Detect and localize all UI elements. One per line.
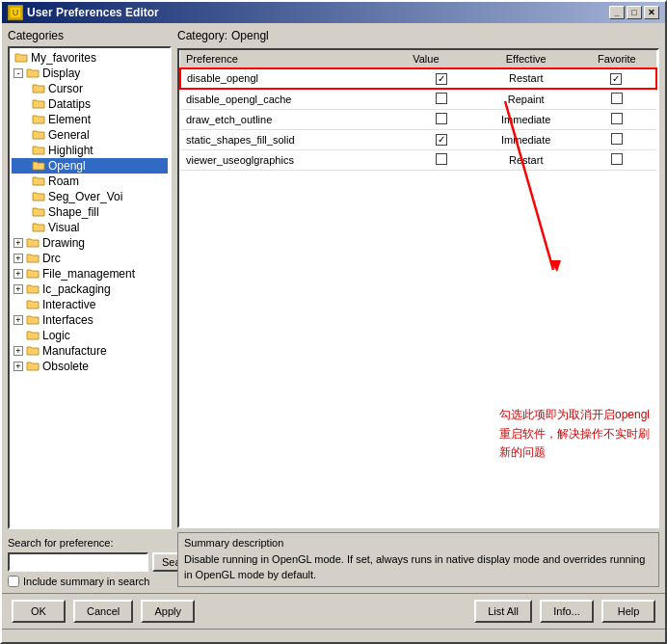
tree-item-element[interactable]: Element — [12, 112, 168, 127]
folder-icon-highlight — [31, 144, 46, 157]
value-checkbox[interactable] — [436, 134, 447, 146]
tree-item-ic-packaging[interactable]: + Ic_packaging — [12, 282, 168, 297]
folder-icon-roam — [31, 174, 46, 188]
folder-icon-file-management — [25, 267, 40, 281]
tree-item-logic[interactable]: Logic — [12, 328, 168, 343]
minimize-button[interactable]: _ — [609, 6, 625, 19]
favorite-checkbox[interactable] — [611, 153, 623, 165]
value-checkbox[interactable] — [436, 113, 447, 124]
tree-label-roam: Roam — [48, 174, 79, 188]
info-button[interactable]: Info... — [540, 600, 594, 623]
include-summary-row: Include summary in search — [8, 576, 172, 587]
pref-favorite[interactable] — [577, 129, 656, 149]
tree-item-cursor[interactable]: Cursor — [12, 81, 168, 96]
tree-item-datatips[interactable]: Datatips — [12, 96, 168, 112]
pref-value[interactable] — [407, 89, 475, 110]
pref-favorite[interactable] — [577, 89, 656, 110]
tree-item-display[interactable]: - Display — [12, 66, 168, 81]
expand-manufacture[interactable]: + — [13, 346, 23, 356]
tree-label-highlight: Highlight — [48, 144, 93, 157]
favorite-checkbox[interactable] — [611, 93, 623, 104]
tree-item-obsolete[interactable]: + Obsolete — [12, 359, 168, 374]
table-row[interactable]: viewer_useoglgraphics Restart — [180, 149, 656, 170]
pref-name: disable_opengl_cache — [180, 89, 407, 110]
tree-container[interactable]: My_favorites - Display Cursor — [8, 46, 172, 529]
tree-item-file-management[interactable]: + File_management — [12, 266, 168, 282]
table-row[interactable]: draw_etch_outline Immediate — [180, 109, 656, 129]
tree-item-shape-fill[interactable]: Shape_fill — [12, 204, 168, 220]
left-panel: Categories My_favorites - Display — [8, 29, 172, 587]
prefs-table-container[interactable]: Preference Value Effective Favorite disa… — [177, 48, 659, 528]
prefs-table: Preference Value Effective Favorite disa… — [179, 50, 657, 171]
expand-drc[interactable]: + — [13, 254, 23, 263]
favorite-checkbox[interactable] — [610, 73, 622, 85]
folder-icon-element — [31, 113, 46, 126]
search-label: Search for preference: — [8, 537, 172, 549]
ok-button[interactable]: OK — [12, 600, 66, 623]
status-bar — [2, 629, 665, 642]
tree-label-datatips: Datatips — [48, 97, 91, 111]
favorite-checkbox[interactable] — [611, 133, 623, 145]
expand-file-management[interactable]: + — [13, 269, 23, 279]
table-row[interactable]: static_shapes_fill_solid Immediate — [180, 129, 656, 149]
tree-item-my-favorites[interactable]: My_favorites — [12, 50, 168, 66]
pref-effective: Restart — [475, 68, 577, 89]
pref-value[interactable] — [407, 129, 475, 149]
apply-button[interactable]: Apply — [141, 600, 195, 623]
bottom-right-buttons: List All Info... Help — [474, 600, 655, 623]
pref-favorite[interactable] — [577, 149, 656, 170]
tree-item-general[interactable]: General — [12, 127, 168, 143]
tree-item-seg-over-voi[interactable]: Seg_Over_Voi — [12, 189, 168, 204]
tree-label-ic-packaging: Ic_packaging — [42, 282, 111, 296]
tree-label-element: Element — [48, 113, 91, 126]
folder-icon-cursor — [31, 82, 46, 95]
expand-obsolete[interactable]: + — [13, 362, 23, 371]
categories-label: Categories — [8, 29, 172, 42]
tree-item-interfaces[interactable]: + Interfaces — [12, 312, 168, 328]
main-content: Categories My_favorites - Display — [2, 23, 665, 593]
folder-icon-interactive — [25, 298, 40, 311]
favorite-checkbox[interactable] — [611, 113, 623, 124]
pref-value[interactable] — [407, 109, 475, 129]
search-input[interactable] — [8, 552, 148, 572]
expand-drawing[interactable]: + — [13, 238, 23, 248]
table-row[interactable]: disable_opengl Restart — [180, 68, 656, 89]
search-section: Search for preference: Search Include su… — [8, 537, 172, 587]
expand-ic-packaging[interactable]: + — [13, 284, 23, 294]
tree-item-drawing[interactable]: + Drawing — [12, 235, 168, 251]
close-button[interactable]: ✕ — [644, 6, 659, 19]
tree-item-roam[interactable]: Roam — [12, 174, 168, 189]
expand-display[interactable]: - — [13, 68, 23, 78]
tree-item-manufacture[interactable]: + Manufacture — [12, 343, 168, 359]
value-checkbox[interactable] — [436, 153, 447, 165]
pref-favorite[interactable] — [577, 109, 656, 129]
tree-item-opengl[interactable]: Opengl — [12, 158, 168, 174]
value-checkbox[interactable] — [436, 73, 447, 85]
title-buttons: _ □ ✕ — [609, 6, 659, 19]
maximize-button[interactable]: □ — [627, 6, 642, 19]
tree-label-seg-over-voi: Seg_Over_Voi — [48, 190, 122, 203]
folder-icon-display — [25, 67, 40, 80]
tree-item-interactive[interactable]: Interactive — [12, 297, 168, 312]
folder-icon-ic-packaging — [25, 282, 40, 296]
tree-label-opengl: Opengl — [48, 159, 86, 173]
cancel-button[interactable]: Cancel — [73, 600, 133, 623]
right-panel: Category: Opengl Preference Value Effect… — [177, 29, 659, 587]
value-checkbox[interactable] — [436, 93, 447, 104]
bottom-bar: OK Cancel Apply List All Info... Help — [2, 593, 665, 629]
pref-value[interactable] — [407, 149, 475, 170]
tree-item-highlight[interactable]: Highlight — [12, 143, 168, 158]
tree-label-drc: Drc — [42, 252, 61, 265]
folder-icon-seg-over-voi — [31, 190, 46, 203]
include-summary-checkbox[interactable] — [8, 576, 19, 587]
pref-name: viewer_useoglgraphics — [180, 149, 407, 170]
tree-item-drc[interactable]: + Drc — [12, 251, 168, 266]
expand-interfaces[interactable]: + — [13, 315, 23, 325]
pref-value[interactable] — [407, 68, 475, 89]
list-all-button[interactable]: List All — [474, 600, 532, 623]
help-button[interactable]: Help — [601, 600, 655, 623]
pref-effective: Restart — [475, 149, 577, 170]
tree-item-visual[interactable]: Visual — [12, 220, 168, 235]
table-row[interactable]: disable_opengl_cache Repaint — [180, 89, 656, 110]
pref-favorite[interactable] — [577, 68, 656, 89]
